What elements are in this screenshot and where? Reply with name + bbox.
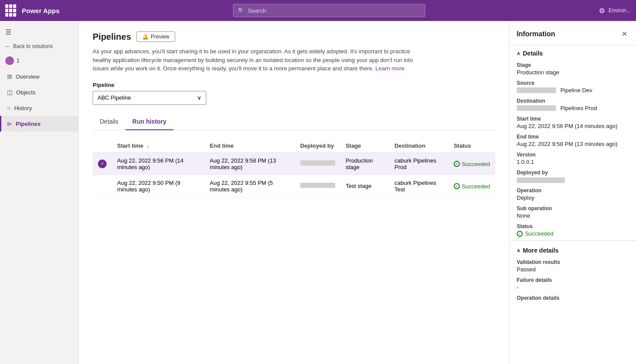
sidebar: ☰ ← Back to solutions 1 ⊞ Overview ◫ Obj… <box>0 21 79 364</box>
detail-operation: Operation Deploy <box>510 185 636 203</box>
panel-header: Information ✕ <box>510 21 636 45</box>
col-destination: Destination <box>389 139 448 153</box>
user-block: 1 <box>0 53 78 69</box>
panel-title: Information <box>517 30 555 38</box>
search-icon: 🔍 <box>238 7 245 14</box>
back-to-solutions[interactable]: ← Back to solutions <box>0 40 78 53</box>
table-header-row: Start time ↓ End time Deployed by Stage … <box>93 139 495 153</box>
sidebar-item-objects[interactable]: ◫ Objects <box>0 84 78 100</box>
deployed-by-blurred <box>300 160 335 166</box>
settings-icon[interactable]: ⚙ <box>599 7 605 15</box>
detail-validation: Validation results Passed <box>510 257 636 274</box>
deployed-by-cell <box>295 175 341 197</box>
description-text: As your app advances, you'll start shari… <box>93 47 416 73</box>
destination-cell: caburk Pipelines Prod <box>389 153 448 175</box>
start-time-cell: Aug 22, 2022 9:50 PM (9 minutes ago) <box>112 175 205 197</box>
status-badge: ✓ Succeeded <box>454 183 490 190</box>
status-cell: ✓ Succeeded <box>448 153 495 175</box>
col-select <box>93 139 112 153</box>
stage-cell: Production stage <box>341 153 389 175</box>
details-section-toggle[interactable]: ∧ Details <box>510 45 636 59</box>
destination-blurred <box>517 105 556 111</box>
back-icon: ← <box>5 43 10 49</box>
more-details-section-toggle[interactable]: ∧ More details <box>510 243 636 257</box>
detail-stage: Stage Production stage <box>510 59 636 77</box>
sidebar-item-overview[interactable]: ⊞ Overview <box>0 69 78 84</box>
run-history-table: Start time ↓ End time Deployed by Stage … <box>93 139 495 198</box>
sidebar-item-history[interactable]: ○ History <box>0 100 78 116</box>
detail-operation-details: Operation details <box>510 292 636 304</box>
table-row[interactable]: Aug 22, 2022 9:50 PM (9 minutes ago) Aug… <box>93 175 495 197</box>
row-check-cell <box>93 175 112 197</box>
row-check-cell: ✓ <box>93 153 112 175</box>
learn-more-link[interactable]: Learn more <box>375 65 404 72</box>
pipelines-icon: ⊳ <box>7 120 12 127</box>
overview-icon: ⊞ <box>7 73 12 80</box>
panel-close-button[interactable]: ✕ <box>620 28 629 40</box>
detail-destination: Destination Pipelines Prod <box>510 95 636 113</box>
pipeline-label: Pipeline <box>93 82 495 88</box>
status-cell: ✓ Succeeded <box>448 175 495 197</box>
history-icon: ○ <box>7 104 10 111</box>
col-status: Status <box>448 139 495 153</box>
sidebar-toggle[interactable]: ☰ <box>0 24 78 40</box>
stage-cell: Test stage <box>341 175 389 197</box>
status-dot-icon: ✓ <box>454 183 460 189</box>
deployed-by-blurred-panel <box>517 177 565 183</box>
tab-details[interactable]: Details <box>93 114 125 130</box>
detail-source: Source Pipeline Dev <box>510 77 636 95</box>
col-deployed-by: Deployed by <box>295 139 341 153</box>
detail-status: Status ✓ Succeeded <box>510 221 636 239</box>
status-dot-icon: ✓ <box>454 161 460 167</box>
chevron-up-icon: ∧ <box>517 51 520 56</box>
end-time-cell: Aug 22, 2022 9:58 PM (13 minutes ago) <box>205 153 295 175</box>
user-avatar <box>5 56 14 65</box>
pipeline-dropdown[interactable]: ABC Pipeline ∨ <box>93 91 206 105</box>
preview-icon: 🔔 <box>142 34 149 40</box>
app-title: Power Apps <box>22 7 59 14</box>
col-start-time[interactable]: Start time ↓ <box>112 139 205 153</box>
detail-start-time: Start time Aug 22, 2022 9:56 PM (14 minu… <box>510 113 636 131</box>
col-end-time: End time <box>205 139 295 153</box>
page-title: Pipelines <box>93 32 131 42</box>
sidebar-item-pipelines[interactable]: ⊳ Pipelines <box>0 116 78 132</box>
col-stage: Stage <box>341 139 389 153</box>
waffle-menu[interactable] <box>5 4 17 17</box>
detail-version: Version 1.0.0.1 <box>510 149 636 167</box>
detail-end-time: End time Aug 22, 2022 9:58 PM (13 minute… <box>510 131 636 149</box>
deployed-by-blurred <box>300 183 335 188</box>
table-row[interactable]: ✓ Aug 22, 2022 9:56 PM (14 minutes ago) … <box>93 153 495 175</box>
row-selected-icon: ✓ <box>98 159 107 168</box>
detail-deployed-by: Deployed by <box>510 167 636 185</box>
detail-failure: Failure details - <box>510 274 636 292</box>
deployed-by-cell <box>295 153 341 175</box>
env-label: Environ... <box>608 7 631 14</box>
status-check-icon: ✓ <box>517 231 523 237</box>
search-placeholder: Search <box>248 7 266 14</box>
search-bar[interactable]: 🔍 Search <box>233 4 425 17</box>
right-panel: Information ✕ ∧ Details Stage Production… <box>509 21 636 364</box>
objects-icon: ◫ <box>7 89 13 96</box>
detail-sub-operation: Sub operation None <box>510 203 636 221</box>
tabs-bar: Details Run history <box>93 114 495 130</box>
top-nav-right: ⚙ Environ... <box>599 7 631 15</box>
preview-button[interactable]: 🔔 Preview <box>136 31 175 42</box>
page-title-row: Pipelines 🔔 Preview <box>93 31 495 42</box>
status-badge: ✓ Succeeded <box>454 161 490 167</box>
status-succeeded: ✓ Succeeded <box>517 230 629 237</box>
end-time-cell: Aug 22, 2022 9:55 PM (5 minutes ago) <box>205 175 295 197</box>
top-nav: Power Apps 🔍 Search ⚙ Environ... <box>0 0 636 21</box>
tab-run-history[interactable]: Run history <box>125 114 174 130</box>
chevron-down-icon: ∨ <box>197 94 202 101</box>
start-time-cell: Aug 22, 2022 9:56 PM (14 minutes ago) <box>112 153 205 175</box>
source-blurred <box>517 87 556 93</box>
sort-icon: ↓ <box>147 143 149 149</box>
content-area: Pipelines 🔔 Preview As your app advances… <box>79 21 509 364</box>
destination-cell: caburk Pipelines Test <box>389 175 448 197</box>
panel-divider <box>510 240 636 241</box>
chevron-up-icon-2: ∧ <box>517 248 520 253</box>
